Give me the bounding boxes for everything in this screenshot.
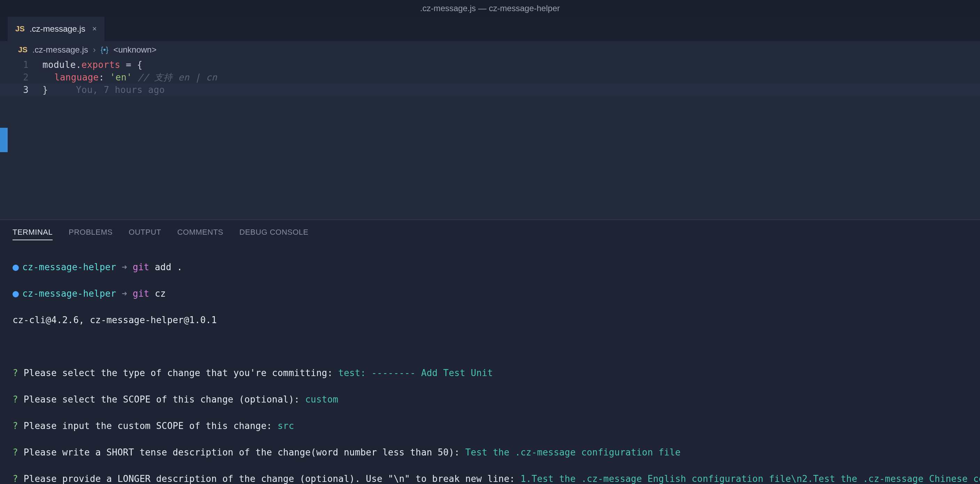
js-file-icon: JS [18, 45, 27, 54]
terminal-line: ? Please provide a LONGER description of… [13, 472, 967, 484]
terminal-line: ? Please input the custom SCOPE of this … [13, 419, 967, 433]
tab-cz-message-js[interactable]: JS .cz-message.js × [8, 17, 105, 41]
editor[interactable]: 1 module.exports = { 2 language: 'en' //… [0, 59, 980, 220]
panel-tabs: TERMINAL PROBLEMS OUTPUT COMMENTS DEBUG … [0, 220, 980, 244]
terminal-line [13, 340, 967, 353]
window-title: .cz-message.js — cz-message-helper [420, 3, 560, 13]
js-file-icon: JS [15, 24, 25, 33]
line-number: 1 [0, 59, 43, 70]
terminal-line: cz-message-helper ➜ git add . [13, 261, 967, 274]
breadcrumb[interactable]: JS .cz-message.js › {•} <unknown> [0, 41, 980, 59]
terminal-line: ? Please write a SHORT tense description… [13, 446, 967, 459]
tab-terminal[interactable]: TERMINAL [13, 228, 52, 240]
code-line: 3 }You, 7 hours ago [0, 84, 980, 96]
bottom-panel: TERMINAL PROBLEMS OUTPUT COMMENTS DEBUG … [0, 220, 980, 484]
git-blame-annotation: You, 7 hours ago [76, 84, 165, 95]
terminal-line: ? Please select the type of change that … [13, 366, 967, 379]
breadcrumb-symbol[interactable]: <unknown> [113, 45, 156, 55]
terminal-line: ? Please select the SCOPE of this change… [13, 393, 967, 406]
chevron-right-icon: › [93, 45, 96, 55]
prompt-status-icon [13, 264, 19, 271]
tab-output[interactable]: OUTPUT [129, 228, 161, 240]
terminal-line: cz-message-helper ➜ git cz [13, 287, 967, 300]
prompt-status-icon [13, 291, 19, 298]
code-content[interactable]: module.exports = { [43, 59, 142, 70]
overview-ruler-marker [0, 128, 8, 152]
breadcrumb-file[interactable]: .cz-message.js [32, 45, 88, 55]
code-line: 1 module.exports = { [0, 59, 980, 71]
symbol-object-icon: {•} [101, 45, 108, 54]
terminal-line: cz-cli@4.2.6, cz-message-helper@1.0.1 [13, 314, 967, 326]
close-icon[interactable]: × [92, 24, 97, 33]
code-content[interactable]: language: 'en' // 支持 en | cn [43, 72, 217, 84]
code-line: 2 language: 'en' // 支持 en | cn [0, 71, 980, 84]
terminal[interactable]: cz-message-helper ➜ git add . cz-message… [0, 244, 980, 484]
tab-comments[interactable]: COMMENTS [177, 228, 223, 240]
code-content[interactable]: }You, 7 hours ago [43, 84, 165, 95]
tab-label: .cz-message.js [30, 24, 85, 34]
tab-problems[interactable]: PROBLEMS [68, 228, 113, 240]
editor-tabs: JS .cz-message.js × [0, 17, 980, 41]
tab-debug-console[interactable]: DEBUG CONSOLE [239, 228, 308, 240]
window-titlebar: .cz-message.js — cz-message-helper [0, 0, 980, 17]
line-number: 3 [0, 84, 43, 95]
line-number: 2 [0, 72, 43, 83]
